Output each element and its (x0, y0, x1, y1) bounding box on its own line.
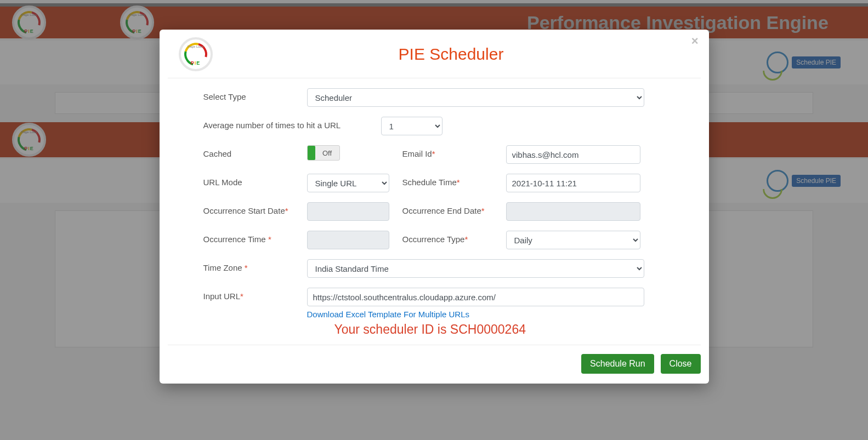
cached-toggle-label: Off (315, 149, 339, 157)
occ-time-input[interactable] (307, 231, 389, 249)
occ-type-dropdown[interactable]: Daily (506, 231, 640, 249)
avg-hits-dropdown[interactable]: 1 (381, 117, 442, 135)
input-url-field[interactable] (307, 288, 644, 306)
label-occ-time: Occurrence Time * (203, 231, 299, 245)
label-url-mode: URL Mode (203, 174, 299, 188)
modal-title: PIE Scheduler (213, 45, 690, 64)
label-schedule-time: Schedule Time* (402, 174, 498, 188)
label-occ-type: Occurrence Type* (402, 231, 498, 245)
gauge-logo-icon: Page Load PIE (179, 37, 213, 71)
email-input[interactable] (506, 145, 640, 164)
label-email: Email Id* (402, 145, 498, 159)
occ-start-input[interactable] (307, 202, 389, 221)
time-zone-dropdown[interactable]: India Standard Time (307, 259, 644, 278)
close-button[interactable]: Close (661, 354, 701, 374)
label-occ-end: Occurrence End Date* (402, 202, 498, 216)
select-type-dropdown[interactable]: Scheduler (307, 88, 644, 107)
label-occ-start: Occurrence Start Date* (203, 202, 299, 216)
label-time-zone: Time Zone * (203, 259, 299, 273)
schedule-time-input[interactable] (506, 174, 640, 192)
close-icon[interactable]: × (691, 34, 699, 48)
pie-scheduler-modal: Page Load PIE PIE Scheduler × Select Typ… (160, 30, 709, 384)
scheduler-id-result: Your scheduler ID is SCH0000264 (334, 322, 644, 337)
label-select-type: Select Type (203, 88, 299, 102)
label-avg-hits: Average number of times to hit a URL (203, 117, 373, 131)
label-input-url: Input URL* (203, 288, 299, 302)
occ-end-input[interactable] (506, 202, 640, 221)
download-template-link[interactable]: Download Excel Template For Multiple URL… (307, 310, 644, 319)
url-mode-dropdown[interactable]: Single URL (307, 174, 389, 192)
schedule-run-button[interactable]: Schedule Run (581, 354, 654, 374)
label-cached: Cached (203, 145, 299, 159)
cached-toggle[interactable]: Off (307, 145, 340, 161)
